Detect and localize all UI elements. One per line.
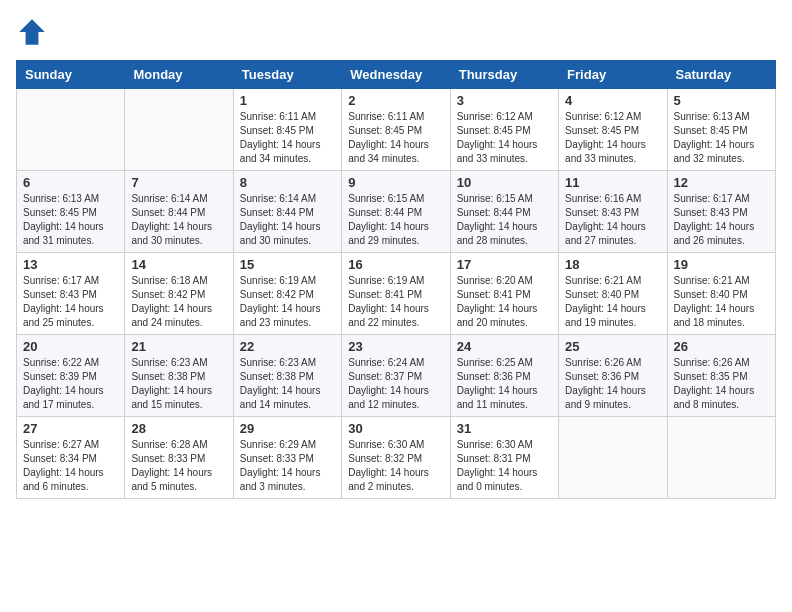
day-info: Sunrise: 6:13 AM Sunset: 8:45 PM Dayligh… <box>23 192 118 248</box>
day-number: 31 <box>457 421 552 436</box>
calendar-cell: 6Sunrise: 6:13 AM Sunset: 8:45 PM Daylig… <box>17 171 125 253</box>
calendar-week-row: 6Sunrise: 6:13 AM Sunset: 8:45 PM Daylig… <box>17 171 776 253</box>
day-number: 26 <box>674 339 769 354</box>
day-info: Sunrise: 6:27 AM Sunset: 8:34 PM Dayligh… <box>23 438 118 494</box>
calendar-cell: 5Sunrise: 6:13 AM Sunset: 8:45 PM Daylig… <box>667 89 775 171</box>
day-number: 10 <box>457 175 552 190</box>
calendar-cell: 23Sunrise: 6:24 AM Sunset: 8:37 PM Dayli… <box>342 335 450 417</box>
calendar-day-header: Friday <box>559 61 667 89</box>
calendar-day-header: Thursday <box>450 61 558 89</box>
calendar-cell: 16Sunrise: 6:19 AM Sunset: 8:41 PM Dayli… <box>342 253 450 335</box>
day-number: 29 <box>240 421 335 436</box>
day-number: 4 <box>565 93 660 108</box>
day-info: Sunrise: 6:21 AM Sunset: 8:40 PM Dayligh… <box>565 274 660 330</box>
day-info: Sunrise: 6:20 AM Sunset: 8:41 PM Dayligh… <box>457 274 552 330</box>
calendar-cell <box>125 89 233 171</box>
calendar-cell: 22Sunrise: 6:23 AM Sunset: 8:38 PM Dayli… <box>233 335 341 417</box>
day-info: Sunrise: 6:11 AM Sunset: 8:45 PM Dayligh… <box>348 110 443 166</box>
day-info: Sunrise: 6:17 AM Sunset: 8:43 PM Dayligh… <box>23 274 118 330</box>
day-number: 23 <box>348 339 443 354</box>
calendar-header-row: SundayMondayTuesdayWednesdayThursdayFrid… <box>17 61 776 89</box>
day-number: 12 <box>674 175 769 190</box>
day-number: 9 <box>348 175 443 190</box>
calendar-cell: 9Sunrise: 6:15 AM Sunset: 8:44 PM Daylig… <box>342 171 450 253</box>
day-info: Sunrise: 6:16 AM Sunset: 8:43 PM Dayligh… <box>565 192 660 248</box>
day-info: Sunrise: 6:13 AM Sunset: 8:45 PM Dayligh… <box>674 110 769 166</box>
day-number: 1 <box>240 93 335 108</box>
day-number: 30 <box>348 421 443 436</box>
calendar-week-row: 1Sunrise: 6:11 AM Sunset: 8:45 PM Daylig… <box>17 89 776 171</box>
day-info: Sunrise: 6:14 AM Sunset: 8:44 PM Dayligh… <box>240 192 335 248</box>
day-info: Sunrise: 6:15 AM Sunset: 8:44 PM Dayligh… <box>457 192 552 248</box>
calendar-day-header: Wednesday <box>342 61 450 89</box>
day-info: Sunrise: 6:12 AM Sunset: 8:45 PM Dayligh… <box>565 110 660 166</box>
calendar-cell: 28Sunrise: 6:28 AM Sunset: 8:33 PM Dayli… <box>125 417 233 499</box>
day-info: Sunrise: 6:25 AM Sunset: 8:36 PM Dayligh… <box>457 356 552 412</box>
day-number: 27 <box>23 421 118 436</box>
calendar-week-row: 13Sunrise: 6:17 AM Sunset: 8:43 PM Dayli… <box>17 253 776 335</box>
calendar-cell: 2Sunrise: 6:11 AM Sunset: 8:45 PM Daylig… <box>342 89 450 171</box>
day-number: 5 <box>674 93 769 108</box>
day-number: 19 <box>674 257 769 272</box>
calendar-week-row: 27Sunrise: 6:27 AM Sunset: 8:34 PM Dayli… <box>17 417 776 499</box>
day-number: 6 <box>23 175 118 190</box>
calendar-day-header: Tuesday <box>233 61 341 89</box>
day-number: 3 <box>457 93 552 108</box>
day-info: Sunrise: 6:28 AM Sunset: 8:33 PM Dayligh… <box>131 438 226 494</box>
calendar-table: SundayMondayTuesdayWednesdayThursdayFrid… <box>16 60 776 499</box>
day-info: Sunrise: 6:30 AM Sunset: 8:32 PM Dayligh… <box>348 438 443 494</box>
calendar-cell <box>559 417 667 499</box>
calendar-cell: 13Sunrise: 6:17 AM Sunset: 8:43 PM Dayli… <box>17 253 125 335</box>
day-info: Sunrise: 6:14 AM Sunset: 8:44 PM Dayligh… <box>131 192 226 248</box>
day-number: 2 <box>348 93 443 108</box>
day-info: Sunrise: 6:15 AM Sunset: 8:44 PM Dayligh… <box>348 192 443 248</box>
day-number: 22 <box>240 339 335 354</box>
calendar-cell: 29Sunrise: 6:29 AM Sunset: 8:33 PM Dayli… <box>233 417 341 499</box>
day-number: 8 <box>240 175 335 190</box>
day-number: 20 <box>23 339 118 354</box>
day-number: 14 <box>131 257 226 272</box>
calendar-cell: 10Sunrise: 6:15 AM Sunset: 8:44 PM Dayli… <box>450 171 558 253</box>
day-info: Sunrise: 6:26 AM Sunset: 8:35 PM Dayligh… <box>674 356 769 412</box>
calendar-cell: 17Sunrise: 6:20 AM Sunset: 8:41 PM Dayli… <box>450 253 558 335</box>
calendar-cell: 21Sunrise: 6:23 AM Sunset: 8:38 PM Dayli… <box>125 335 233 417</box>
day-number: 17 <box>457 257 552 272</box>
calendar-cell: 4Sunrise: 6:12 AM Sunset: 8:45 PM Daylig… <box>559 89 667 171</box>
day-info: Sunrise: 6:11 AM Sunset: 8:45 PM Dayligh… <box>240 110 335 166</box>
day-number: 13 <box>23 257 118 272</box>
calendar-cell: 20Sunrise: 6:22 AM Sunset: 8:39 PM Dayli… <box>17 335 125 417</box>
day-number: 21 <box>131 339 226 354</box>
calendar-cell: 8Sunrise: 6:14 AM Sunset: 8:44 PM Daylig… <box>233 171 341 253</box>
calendar-cell: 24Sunrise: 6:25 AM Sunset: 8:36 PM Dayli… <box>450 335 558 417</box>
day-info: Sunrise: 6:17 AM Sunset: 8:43 PM Dayligh… <box>674 192 769 248</box>
day-number: 16 <box>348 257 443 272</box>
logo-icon <box>16 16 48 48</box>
day-info: Sunrise: 6:26 AM Sunset: 8:36 PM Dayligh… <box>565 356 660 412</box>
day-number: 18 <box>565 257 660 272</box>
day-info: Sunrise: 6:12 AM Sunset: 8:45 PM Dayligh… <box>457 110 552 166</box>
day-info: Sunrise: 6:29 AM Sunset: 8:33 PM Dayligh… <box>240 438 335 494</box>
calendar-day-header: Monday <box>125 61 233 89</box>
day-number: 25 <box>565 339 660 354</box>
calendar-cell: 15Sunrise: 6:19 AM Sunset: 8:42 PM Dayli… <box>233 253 341 335</box>
day-info: Sunrise: 6:30 AM Sunset: 8:31 PM Dayligh… <box>457 438 552 494</box>
day-number: 24 <box>457 339 552 354</box>
calendar-cell <box>667 417 775 499</box>
calendar-cell: 19Sunrise: 6:21 AM Sunset: 8:40 PM Dayli… <box>667 253 775 335</box>
calendar-cell: 7Sunrise: 6:14 AM Sunset: 8:44 PM Daylig… <box>125 171 233 253</box>
day-info: Sunrise: 6:19 AM Sunset: 8:42 PM Dayligh… <box>240 274 335 330</box>
calendar-cell: 31Sunrise: 6:30 AM Sunset: 8:31 PM Dayli… <box>450 417 558 499</box>
day-number: 15 <box>240 257 335 272</box>
page-header <box>16 16 776 48</box>
calendar-cell: 12Sunrise: 6:17 AM Sunset: 8:43 PM Dayli… <box>667 171 775 253</box>
calendar-cell: 11Sunrise: 6:16 AM Sunset: 8:43 PM Dayli… <box>559 171 667 253</box>
calendar-cell: 26Sunrise: 6:26 AM Sunset: 8:35 PM Dayli… <box>667 335 775 417</box>
calendar-cell: 18Sunrise: 6:21 AM Sunset: 8:40 PM Dayli… <box>559 253 667 335</box>
calendar-cell: 25Sunrise: 6:26 AM Sunset: 8:36 PM Dayli… <box>559 335 667 417</box>
calendar-cell: 27Sunrise: 6:27 AM Sunset: 8:34 PM Dayli… <box>17 417 125 499</box>
day-info: Sunrise: 6:24 AM Sunset: 8:37 PM Dayligh… <box>348 356 443 412</box>
svg-marker-0 <box>19 19 45 45</box>
day-info: Sunrise: 6:18 AM Sunset: 8:42 PM Dayligh… <box>131 274 226 330</box>
day-number: 11 <box>565 175 660 190</box>
day-info: Sunrise: 6:19 AM Sunset: 8:41 PM Dayligh… <box>348 274 443 330</box>
